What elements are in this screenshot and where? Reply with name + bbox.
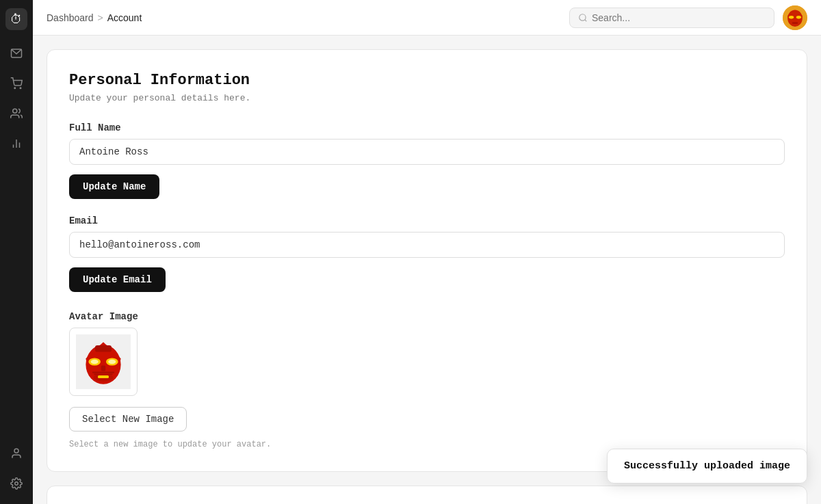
svg-point-24 — [108, 360, 116, 364]
logo-icon: ⏱ — [10, 12, 23, 27]
content-area: Personal Information Update your persona… — [33, 36, 821, 504]
toast-message: Successfully uploaded image — [624, 460, 790, 472]
update-email-button[interactable]: Update Email — [69, 267, 166, 292]
svg-point-7 — [14, 449, 18, 453]
breadcrumb-separator: > — [98, 12, 103, 23]
breadcrumb-current: Account — [107, 12, 142, 23]
sidebar-item-inbox[interactable] — [4, 41, 29, 66]
sidebar-settings[interactable] — [4, 471, 29, 496]
avatar-label: Avatar Image — [69, 311, 785, 322]
sidebar-item-users[interactable] — [4, 101, 29, 126]
svg-rect-16 — [792, 22, 798, 23]
full-name-label: Full Name — [69, 122, 785, 133]
sidebar-logo[interactable]: ⏱ — [5, 8, 27, 30]
breadcrumb: Dashboard > Account — [47, 12, 142, 23]
svg-point-3 — [13, 109, 17, 113]
svg-point-2 — [20, 88, 21, 89]
avatar-preview — [69, 328, 138, 396]
svg-point-14 — [789, 16, 794, 18]
svg-point-9 — [579, 14, 586, 20]
svg-rect-20 — [95, 345, 112, 352]
header: Dashboard > Account — [33, 0, 821, 36]
select-image-button[interactable]: Select New Image — [69, 407, 187, 432]
upgrade-card: Upgrade Your Plan You're currently not s… — [47, 486, 807, 504]
email-label: Email — [69, 215, 785, 226]
avatar-hint: Select a new image to update your avatar… — [69, 440, 785, 449]
personal-info-card: Personal Information Update your persona… — [47, 49, 807, 472]
main-area: Dashboard > Account — [33, 0, 821, 504]
avatar-image — [76, 334, 131, 389]
toast-notification: Successfully uploaded image — [607, 449, 807, 483]
search-input[interactable] — [592, 12, 766, 23]
sidebar-profile[interactable] — [4, 441, 29, 466]
svg-point-15 — [796, 16, 801, 18]
svg-line-10 — [585, 19, 587, 21]
svg-rect-25 — [101, 366, 105, 371]
avatar-image-section: Avatar Image — [69, 311, 785, 449]
sidebar: ⏱ — [0, 0, 33, 504]
update-name-button[interactable]: Update Name — [69, 174, 159, 199]
svg-rect-26 — [92, 371, 114, 373]
svg-point-1 — [14, 88, 16, 89]
search-icon — [578, 13, 588, 23]
full-name-input[interactable] — [69, 139, 785, 165]
svg-point-8 — [15, 482, 18, 486]
svg-point-23 — [91, 360, 99, 364]
svg-rect-29 — [98, 375, 109, 378]
card-subtitle: Update your personal details here. — [69, 93, 785, 103]
email-input[interactable] — [69, 232, 785, 258]
avatar-header[interactable] — [783, 5, 807, 30]
sidebar-item-chart[interactable] — [4, 131, 29, 156]
card-title: Personal Information — [69, 72, 785, 89]
breadcrumb-home[interactable]: Dashboard — [47, 12, 94, 23]
sidebar-item-cart[interactable] — [4, 71, 29, 96]
header-right — [569, 5, 807, 30]
search-bar[interactable] — [569, 8, 774, 28]
